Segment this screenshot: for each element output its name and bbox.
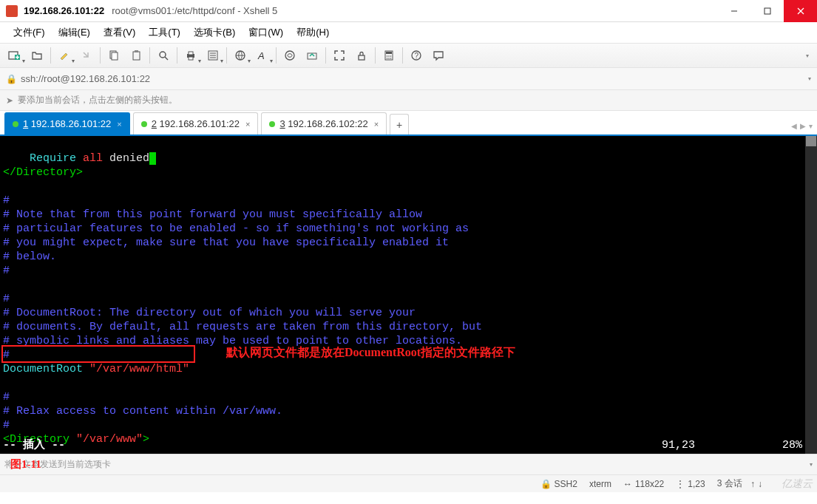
color-highlight-button[interactable]: [54, 45, 75, 66]
terminal-status-line: -- 插入 -- 91,23 28%: [0, 438, 805, 452]
status-term: xterm: [589, 479, 611, 489]
tab-label: 192.168.26.101:22: [160, 118, 240, 129]
term-line: </Directory>: [3, 166, 83, 179]
term-line: #: [3, 391, 10, 403]
tab-prev-icon[interactable]: ◀: [791, 122, 797, 130]
term-line: Require: [3, 152, 83, 165]
status-ssh: 🔒SSH2: [540, 479, 577, 489]
svg-point-33: [390, 58, 392, 59]
window-controls: [717, 0, 817, 22]
chat-button[interactable]: [428, 45, 449, 66]
menubar: 文件(F) 编辑(E) 查看(V) 工具(T) 选项卡(B) 窗口(W) 帮助(…: [0, 22, 817, 43]
tab-next-icon[interactable]: ▶: [800, 122, 806, 130]
separator: [100, 47, 101, 64]
tab-label: 192.168.26.102:22: [288, 118, 367, 129]
menu-window[interactable]: 窗口(W): [243, 23, 289, 42]
find-button[interactable]: [153, 45, 174, 66]
tab-add-button[interactable]: +: [390, 114, 409, 134]
menu-help[interactable]: 帮助(H): [291, 23, 335, 42]
xagent-button[interactable]: [279, 45, 300, 66]
term-line: #: [3, 419, 10, 432]
paste-button[interactable]: [126, 45, 146, 66]
menu-tools[interactable]: 工具(T): [143, 23, 186, 42]
scrollbar[interactable]: [805, 136, 817, 454]
minimize-button[interactable]: [717, 0, 750, 22]
term-line: # below.: [3, 251, 56, 263]
maximize-button[interactable]: [750, 0, 784, 22]
reconnect-button[interactable]: [76, 45, 97, 66]
new-session-button[interactable]: [4, 45, 25, 66]
svg-line-13: [165, 57, 168, 60]
properties-button[interactable]: [203, 45, 223, 66]
compose-overflow[interactable]: ▾: [810, 461, 813, 468]
tab-overflow[interactable]: ▾: [809, 122, 813, 130]
session-url[interactable]: ssh://root@192.168.26.101:22: [21, 73, 150, 84]
fullscreen-button[interactable]: [329, 45, 350, 66]
toolbar-overflow[interactable]: ▾: [802, 52, 813, 59]
cursor-icon: [149, 152, 156, 165]
svg-point-32: [388, 58, 390, 59]
svg-point-12: [160, 52, 166, 58]
separator: [149, 47, 150, 64]
status-dot-icon: [269, 121, 275, 127]
menu-file[interactable]: 文件(F): [7, 23, 51, 42]
menu-view[interactable]: 查看(V): [98, 23, 141, 42]
calc-button[interactable]: [379, 45, 399, 66]
down-arrow-icon[interactable]: ↓: [758, 479, 762, 489]
terminal[interactable]: Require all denied </Directory> # # Note…: [0, 136, 817, 454]
statusbar: 🔒SSH2 xterm ↔118x22 ⋮1,23 3 会话 ↑↓ 亿速云: [0, 474, 817, 492]
status-dot-icon: [13, 121, 18, 127]
svg-point-23: [285, 51, 294, 60]
menu-edit[interactable]: 编辑(E): [52, 23, 96, 42]
separator: [226, 47, 227, 64]
lock-button[interactable]: [351, 45, 372, 66]
term-line: # documents. By default, all requests ar…: [3, 321, 482, 333]
term-line: all: [83, 152, 103, 165]
vim-mode: -- 插入 --: [3, 438, 65, 452]
xftp-button[interactable]: [302, 45, 322, 66]
arrow-icon[interactable]: ➤: [6, 95, 13, 106]
app-icon: [6, 5, 18, 17]
term-line: # particular features to be enabled - so…: [3, 222, 469, 235]
hint-text: 要添加当前会话，点击左侧的箭头按钮。: [18, 94, 177, 106]
lock-icon: 🔒: [540, 479, 552, 489]
help-button[interactable]: ?: [406, 45, 427, 66]
copy-button[interactable]: [104, 45, 124, 66]
svg-point-30: [390, 55, 392, 57]
status-dot-icon: [141, 121, 147, 127]
term-line: #: [3, 293, 10, 305]
terminal-content[interactable]: Require all denied </Directory> # # Note…: [0, 136, 817, 454]
open-session-button[interactable]: [27, 45, 47, 66]
tabbar: 1 192.168.26.101:22 × 2 192.168.26.101:2…: [0, 111, 817, 136]
font-button[interactable]: A: [252, 45, 273, 66]
svg-rect-9: [112, 52, 118, 60]
tab-label: 192.168.26.101:22: [31, 118, 111, 129]
menu-tabs[interactable]: 选项卡(B): [188, 23, 241, 42]
addressbar-overflow[interactable]: ▾: [808, 75, 811, 82]
tab-close-icon[interactable]: ×: [374, 120, 379, 129]
window-title: 192.168.26.101:22: [24, 5, 104, 16]
svg-rect-27: [386, 52, 392, 54]
svg-point-31: [387, 58, 388, 59]
compose-bar[interactable]: 将全文本发送到当前选项卡 图1-11 ▾: [0, 454, 817, 474]
tab-close-icon[interactable]: ×: [117, 120, 121, 129]
resize-icon: ↔: [623, 479, 632, 489]
tab-close-icon[interactable]: ×: [245, 120, 250, 129]
up-arrow-icon[interactable]: ↑: [750, 479, 755, 489]
tab-2[interactable]: 2 192.168.26.101:22 ×: [133, 112, 259, 134]
vim-percent: 28%: [758, 438, 802, 452]
encoding-button[interactable]: [230, 45, 251, 66]
separator: [402, 47, 403, 64]
status-sessions: 3 会话 ↑↓: [717, 477, 762, 490]
tab-1[interactable]: 1 192.168.26.101:22 ×: [4, 112, 130, 134]
term-line: # DocumentRoot: The directory out of whi…: [3, 307, 416, 319]
tab-3[interactable]: 3 192.168.26.102:22 ×: [261, 112, 387, 134]
svg-point-28: [387, 55, 388, 57]
term-line: # Relax access to content within /var/ww…: [3, 405, 282, 418]
separator: [177, 47, 177, 64]
close-button[interactable]: [784, 0, 817, 22]
svg-point-29: [388, 55, 390, 57]
scrollbar-thumb[interactable]: [806, 136, 816, 146]
toolbar: A ? ▾: [0, 43, 817, 68]
print-button[interactable]: [180, 45, 201, 66]
